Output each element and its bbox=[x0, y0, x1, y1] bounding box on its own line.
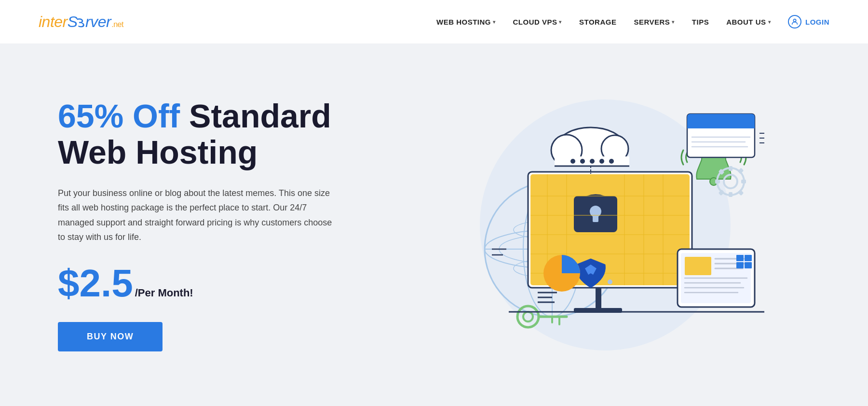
hero-content: 65% Off StandardWeb Hosting Put your bus… bbox=[58, 98, 338, 351]
hero-title: 65% Off StandardWeb Hosting bbox=[58, 98, 338, 170]
svg-rect-77 bbox=[715, 180, 720, 183]
hero-description: Put your business online or blog about t… bbox=[58, 186, 338, 245]
nav-cloud-vps[interactable]: CLOUD VPS ▾ bbox=[513, 18, 562, 26]
logo-inter: inter bbox=[39, 13, 68, 31]
svg-rect-62 bbox=[745, 262, 752, 268]
svg-point-27 bbox=[608, 280, 612, 284]
logo-net: .net bbox=[111, 20, 123, 29]
logo-erver: rver bbox=[85, 13, 111, 31]
logo[interactable]: interSɛrver.net bbox=[39, 13, 123, 31]
login-button[interactable]: LOGIN bbox=[788, 15, 829, 28]
svg-rect-25 bbox=[596, 288, 601, 309]
hosting-illustration bbox=[403, 85, 764, 365]
chevron-down-icon: ▾ bbox=[768, 19, 771, 25]
svg-rect-61 bbox=[736, 262, 744, 268]
logo-server: S bbox=[68, 13, 78, 31]
nav-about-us[interactable]: ABOUT US ▾ bbox=[726, 18, 771, 26]
hero-title-highlight: 65% Off bbox=[58, 98, 180, 134]
svg-rect-80 bbox=[738, 189, 744, 196]
price-period: /Per Month! bbox=[135, 287, 193, 299]
user-icon bbox=[788, 15, 801, 28]
svg-rect-78 bbox=[741, 180, 746, 183]
price-amount: $2.5 bbox=[58, 264, 133, 303]
chevron-down-icon: ▾ bbox=[559, 19, 562, 25]
price-block: $2.5 /Per Month! bbox=[58, 264, 338, 303]
nav-tips[interactable]: TIPS bbox=[692, 18, 709, 26]
svg-point-33 bbox=[580, 159, 585, 164]
nav-storage[interactable]: STORAGE bbox=[579, 18, 616, 26]
svg-rect-60 bbox=[745, 255, 752, 261]
svg-rect-75 bbox=[729, 166, 732, 171]
nav-servers[interactable]: SERVERS ▾ bbox=[634, 18, 674, 26]
chevron-down-icon: ▾ bbox=[672, 19, 675, 25]
svg-point-36 bbox=[609, 159, 614, 164]
main-nav: WEB HOSTING ▾ CLOUD VPS ▾ STORAGE SERVER… bbox=[436, 15, 829, 28]
hero-illustration bbox=[338, 85, 829, 365]
buy-now-button[interactable]: BUY NOW bbox=[58, 322, 163, 351]
svg-rect-81 bbox=[738, 168, 744, 174]
svg-rect-66 bbox=[687, 123, 755, 128]
logo-arrow: ɛ bbox=[78, 13, 86, 31]
hero-section: 65% Off StandardWeb Hosting Put your bus… bbox=[0, 43, 868, 406]
svg-rect-59 bbox=[736, 255, 744, 261]
svg-point-0 bbox=[793, 19, 796, 22]
svg-rect-76 bbox=[729, 192, 732, 197]
svg-point-34 bbox=[590, 159, 595, 164]
site-header: interSɛrver.net WEB HOSTING ▾ CLOUD VPS … bbox=[0, 0, 868, 43]
nav-web-hosting[interactable]: WEB HOSTING ▾ bbox=[436, 18, 496, 26]
svg-point-35 bbox=[599, 159, 604, 164]
svg-point-32 bbox=[570, 159, 575, 164]
svg-rect-51 bbox=[685, 257, 711, 275]
chevron-down-icon: ▾ bbox=[493, 19, 496, 25]
